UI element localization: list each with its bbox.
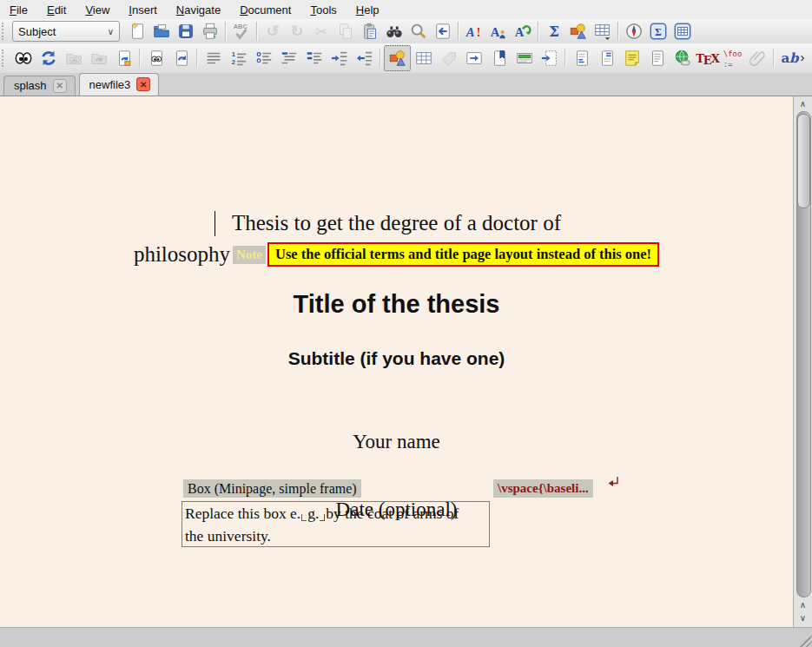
toolbar-separator [564, 49, 566, 68]
philosophy-text[interactable]: philosophy [134, 242, 230, 267]
scroll-up-button[interactable]: ∧ [794, 97, 812, 110]
insert-table-2-button[interactable] [411, 46, 436, 70]
bullet-list-icon [254, 49, 274, 68]
layout-paragraph-button[interactable] [201, 46, 226, 70]
insert-math-icon: Σ [549, 23, 559, 40]
toggle-math-toolbar-button[interactable]: Σ [646, 20, 670, 43]
apply-style-button[interactable]: A [511, 20, 535, 43]
toggle-table-toolbar-icon [673, 22, 692, 41]
menu-view[interactable]: View [76, 2, 119, 18]
insert-table-button[interactable] [591, 20, 615, 43]
scroll-up-button-2[interactable]: ∧ [794, 598, 812, 611]
author-line[interactable]: Your name [0, 431, 793, 453]
increase-depth-button[interactable] [327, 46, 352, 70]
scroll-down-button[interactable]: ∨ [794, 611, 812, 624]
numbered-list-button[interactable]: 12 [226, 46, 251, 70]
space-marker-red [320, 514, 325, 521]
view-other-formats-button[interactable] [111, 46, 136, 70]
insert-marginalnote-button[interactable] [594, 46, 619, 70]
emphasis-icon: A! [465, 22, 484, 41]
tab-newfile3[interactable]: newfile3✕ [79, 73, 160, 96]
menu-document[interactable]: Document [230, 2, 300, 18]
insert-box-button[interactable] [461, 46, 486, 70]
insert-graphics-button[interactable] [566, 20, 591, 43]
find-replace-button[interactable] [382, 20, 406, 43]
document-canvas[interactable]: Thesis to get the degree of a doctor of … [0, 96, 793, 628]
toolbar-handle[interactable] [2, 23, 9, 40]
cut-button: ✂ [309, 20, 333, 43]
insert-comment-icon [648, 49, 667, 68]
insert-float-button[interactable] [512, 46, 537, 70]
vspace-ert-inset[interactable]: \vspace{\baseli... [493, 479, 593, 498]
description-list-button[interactable] [276, 46, 301, 70]
print-document-button[interactable] [198, 20, 222, 43]
scrollbar-track[interactable] [796, 111, 811, 597]
box-inset-button[interactable]: Box (Minipage, simple frame) [183, 479, 361, 498]
minipage-text-line2[interactable]: the university. [185, 525, 486, 547]
spellcheck-button[interactable]: ABC [229, 20, 254, 43]
minipage-box[interactable]: Replace this box e.g.by the coat of arms… [182, 501, 490, 547]
insert-marginalnote-icon [597, 49, 617, 68]
minipage-text-line1[interactable]: Replace this box e.g.by the coat of arms… [185, 502, 486, 525]
insert-macro-button[interactable]: \foo:= [720, 46, 745, 70]
open-document-button[interactable] [149, 20, 174, 43]
view-source-button[interactable] [143, 46, 168, 70]
toolbar-overflow-button[interactable]: › [796, 50, 809, 64]
cut-icon: ✂ [315, 23, 327, 40]
view-document-button[interactable] [10, 46, 36, 70]
toggle-table-toolbar-button[interactable] [670, 20, 695, 43]
decrease-depth-button[interactable] [352, 46, 377, 70]
toolbar-handle[interactable] [2, 50, 9, 67]
insert-include-button[interactable] [537, 46, 562, 70]
menu-navigate[interactable]: Navigate [167, 2, 230, 18]
insert-graphics-2-button[interactable] [384, 45, 411, 71]
numbered-list-icon: 12 [229, 49, 248, 68]
menu-edit[interactable]: Edit [37, 2, 76, 18]
insert-graphics-2-icon [388, 49, 407, 68]
menu-insert[interactable]: Insert [119, 2, 167, 18]
paste-button[interactable] [358, 20, 382, 43]
navigate-back-button[interactable] [431, 20, 455, 43]
paragraph-style-combo[interactable]: Subject ∨ [12, 21, 120, 42]
update-other-button[interactable] [168, 46, 194, 70]
emphasis-button[interactable]: A! [462, 20, 486, 43]
note-inset-text[interactable]: Use the official terms and title page la… [267, 242, 659, 267]
menu-file[interactable]: File [0, 2, 37, 18]
zoom-button[interactable] [406, 20, 431, 43]
svg-text:1: 1 [231, 50, 234, 58]
menu-tools[interactable]: Tools [300, 2, 346, 18]
insert-comment-button[interactable] [644, 46, 670, 70]
save-document-button[interactable] [174, 20, 198, 43]
tab-splash[interactable]: splash✕ [3, 76, 76, 96]
insert-file-button [745, 46, 770, 70]
svg-text:2: 2 [231, 58, 234, 66]
tab-close-splash[interactable]: ✕ [53, 79, 67, 93]
thesis-title[interactable]: Title of the thesis [0, 290, 793, 319]
insert-footnote-button[interactable] [569, 46, 594, 70]
note-inset-button[interactable]: Note [233, 246, 266, 264]
insert-hyperlink-button[interactable] [670, 46, 695, 70]
view-master-button [61, 46, 86, 70]
insert-graphics-icon [569, 22, 588, 41]
insert-citation-button[interactable] [486, 46, 512, 70]
noun-button[interactable]: A [486, 20, 511, 43]
labeling-list-button[interactable] [301, 46, 327, 70]
resize-grip[interactable] [798, 634, 811, 647]
toggle-outline-button[interactable] [622, 20, 646, 43]
insert-note-button[interactable] [619, 46, 644, 70]
thesis-subtitle[interactable]: Subtitle (if you have one) [0, 348, 793, 369]
svg-text:Σ: Σ [655, 26, 662, 38]
bullet-list-button[interactable] [251, 46, 276, 70]
update-view-icon [39, 49, 58, 68]
tab-close-newfile3[interactable]: ✕ [136, 77, 150, 91]
thesis-degree-line1[interactable]: Thesis to get the degree of a doctor of [0, 211, 793, 235]
zoom-icon [409, 22, 428, 41]
find-replace-icon [385, 22, 404, 41]
new-document-button[interactable] [125, 20, 149, 43]
menu-help[interactable]: Help [347, 2, 389, 18]
insert-tex-button[interactable]: TEX [695, 46, 720, 70]
update-other-icon [172, 49, 191, 68]
insert-math-button[interactable]: Σ [542, 20, 566, 43]
update-view-button[interactable] [36, 46, 61, 70]
scrollbar-thumb[interactable] [797, 114, 810, 208]
